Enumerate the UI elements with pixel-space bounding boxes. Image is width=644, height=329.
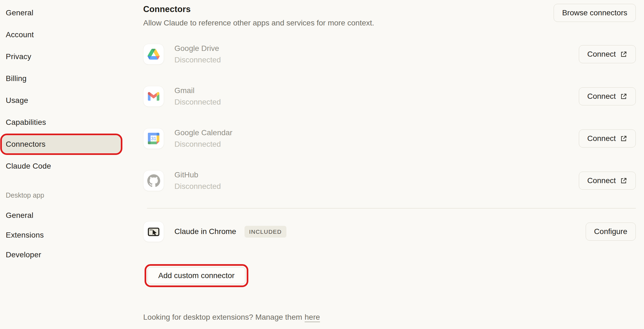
connector-name: Google Calendar [174, 128, 232, 137]
settings-page: General Account Privacy Billing Usage Ca… [0, 0, 644, 329]
external-link-icon [620, 51, 627, 58]
connector-name: Claude in Chrome [174, 227, 236, 236]
footer-note: Looking for desktop extensions? Manage t… [143, 313, 636, 322]
footer-note-text: Looking for desktop extensions? Manage t… [143, 313, 302, 321]
github-icon [143, 170, 164, 191]
connector-name: GitHub [174, 171, 221, 179]
sidebar-item-general[interactable]: General [2, 4, 120, 22]
connect-google-drive-button[interactable]: Connect [579, 45, 636, 63]
connector-name: Gmail [174, 86, 221, 95]
connector-list: Google Drive Disconnected Connect [143, 44, 636, 191]
external-link-icon [620, 93, 627, 100]
sidebar-desktop-group: General Extensions Developer [2, 207, 137, 264]
sidebar-item-claude-code[interactable]: Claude Code [2, 157, 120, 175]
connector-status: Disconnected [174, 56, 221, 64]
sidebar-item-privacy[interactable]: Privacy [2, 48, 120, 65]
included-badge: INCLUDED [245, 226, 286, 238]
connector-row-google-drive: Google Drive Disconnected Connect [143, 44, 636, 65]
google-drive-icon [143, 44, 164, 65]
connect-label: Connect [587, 50, 616, 59]
connect-label: Connect [587, 92, 616, 101]
sidebar-item-connectors[interactable]: Connectors [2, 135, 120, 153]
sidebar-item-desktop-general[interactable]: General [2, 207, 120, 224]
connector-status: Disconnected [174, 182, 221, 191]
connector-text: Google Calendar Disconnected [174, 128, 232, 149]
page-subtitle: Allow Claude to reference other apps and… [143, 19, 374, 27]
sidebar-item-usage[interactable]: Usage [2, 92, 120, 109]
connector-text: Claude in Chrome INCLUDED [174, 226, 286, 238]
gmail-icon [143, 86, 164, 107]
connector-text: GitHub Disconnected [174, 171, 221, 191]
configure-claude-in-chrome-button[interactable]: Configure [586, 223, 636, 241]
connect-label: Connect [587, 176, 616, 185]
connector-status: Disconnected [174, 140, 232, 149]
connector-row-google-calendar: 31 Google Calendar Disconnected Connect [143, 128, 636, 149]
google-calendar-icon: 31 [143, 128, 164, 149]
sidebar-item-connectors-label: Connectors [6, 140, 45, 149]
browse-connectors-label: Browse connectors [562, 8, 627, 17]
settings-sidebar: General Account Privacy Billing Usage Ca… [0, 0, 137, 329]
connect-google-calendar-button[interactable]: Connect [579, 129, 636, 148]
sidebar-item-desktop-developer[interactable]: Developer [2, 246, 120, 264]
sidebar-item-capabilities[interactable]: Capabilities [2, 114, 120, 131]
connect-github-button[interactable]: Connect [579, 172, 636, 190]
section-divider [147, 208, 636, 209]
claude-in-chrome-icon [143, 221, 164, 242]
connector-row-claude-in-chrome: Claude in Chrome INCLUDED Configure [143, 221, 636, 242]
connectors-panel: Connectors Allow Claude to reference oth… [143, 0, 636, 329]
manage-extensions-link[interactable]: here [305, 313, 320, 321]
connectors-header-text: Connectors Allow Claude to reference oth… [143, 4, 374, 27]
connector-text: Gmail Disconnected [174, 86, 221, 106]
add-custom-connector-button[interactable]: Add custom connector [148, 267, 245, 284]
connector-status: Disconnected [174, 98, 221, 106]
browse-connectors-button[interactable]: Browse connectors [554, 4, 636, 22]
svg-text:31: 31 [151, 136, 156, 141]
configure-label: Configure [594, 227, 627, 236]
external-link-icon [620, 177, 627, 184]
connector-row-github: GitHub Disconnected Connect [143, 170, 636, 191]
add-custom-connector-wrap: Add custom connector [148, 267, 245, 284]
connector-row-gmail: Gmail Disconnected Connect [143, 86, 636, 107]
connect-gmail-button[interactable]: Connect [579, 87, 636, 105]
sidebar-section-desktop-app: Desktop app [2, 190, 137, 201]
connector-name: Google Drive [174, 44, 221, 53]
connectors-header: Connectors Allow Claude to reference oth… [143, 4, 636, 27]
connect-label: Connect [587, 134, 616, 143]
connector-text: Google Drive Disconnected [174, 44, 221, 64]
external-link-icon [620, 135, 627, 142]
sidebar-item-desktop-extensions[interactable]: Extensions [2, 226, 120, 244]
sidebar-item-account[interactable]: Account [2, 26, 120, 44]
page-title: Connectors [143, 4, 374, 15]
sidebar-item-billing[interactable]: Billing [2, 70, 120, 87]
